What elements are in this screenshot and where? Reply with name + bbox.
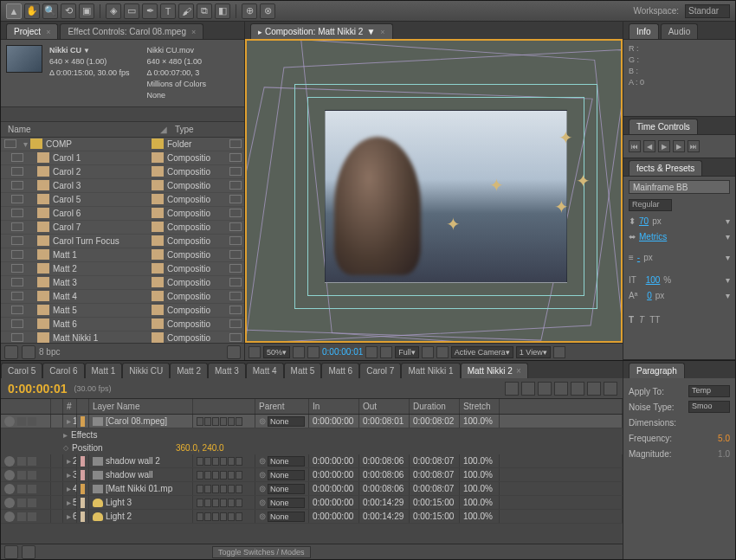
timeline-tab[interactable]: Carol 7	[359, 363, 401, 378]
layer-row[interactable]: ▸5Light 3⊚None0:00:00:000:00:14:290:00:1…	[1, 496, 623, 510]
clone-tool[interactable]: ⧉	[197, 3, 212, 19]
snapshot-button[interactable]	[365, 346, 378, 358]
composition-viewer[interactable]: ✦ ✦ ✦ ✦ ✦	[245, 39, 623, 343]
project-row[interactable]: Matt 2Compositio	[1, 262, 244, 276]
layer-stretch[interactable]: 100.0%	[460, 482, 500, 495]
row-checkbox-2[interactable]	[229, 209, 242, 217]
mask-tool[interactable]: ▭	[124, 3, 139, 19]
world-axis-tool[interactable]: ⊗	[260, 3, 275, 19]
brainstorm-button[interactable]	[587, 382, 601, 396]
timeline-tab[interactable]: Nikki CU	[122, 363, 170, 378]
label-swatch[interactable]	[81, 512, 85, 522]
row-checkbox[interactable]	[11, 333, 23, 342]
row-checkbox[interactable]	[11, 250, 23, 259]
light-gizmo-icon[interactable]: ✦	[489, 175, 507, 192]
solo-toggle[interactable]	[28, 499, 36, 507]
project-row[interactable]: Matt 1Compositio	[1, 248, 244, 262]
label-swatch[interactable]	[81, 456, 85, 467]
solo-toggle[interactable]	[28, 417, 36, 426]
paragraph-tab[interactable]: Paragraph	[629, 363, 685, 378]
roi-button[interactable]	[422, 346, 434, 358]
close-icon[interactable]: ×	[191, 28, 196, 36]
visibility-toggle[interactable]	[4, 512, 15, 522]
layer-out[interactable]: 0:00:08:01	[359, 415, 410, 428]
twirl-icon[interactable]: ▾	[20, 139, 30, 149]
frequency-value[interactable]: 5.0	[718, 434, 730, 443]
row-checkbox[interactable]	[11, 153, 23, 162]
new-folder-button[interactable]	[22, 345, 36, 359]
row-checkbox-2[interactable]	[229, 222, 242, 231]
row-checkbox[interactable]	[11, 264, 23, 273]
solo-toggle[interactable]	[28, 512, 36, 521]
timeline-tab[interactable]: Matt 1	[85, 363, 123, 378]
audio-toggle[interactable]	[17, 417, 26, 426]
layer-stretch[interactable]: 100.0%	[460, 468, 500, 481]
audio-toggle[interactable]	[17, 457, 26, 466]
audio-tab[interactable]: Audio	[661, 23, 699, 39]
resolution-dropdown[interactable]: Full ▾	[395, 346, 419, 358]
motion-blur-button[interactable]	[571, 382, 584, 396]
visibility-toggle[interactable]	[4, 470, 15, 480]
pan-behind-tool[interactable]: ◈	[106, 3, 121, 19]
close-icon[interactable]: ×	[380, 28, 384, 36]
project-row[interactable]: Carol 7Compositio	[1, 221, 244, 235]
project-row[interactable]: Matt Nikki 1Compositio	[1, 331, 244, 343]
layer-in[interactable]: 0:00:00:00	[309, 454, 359, 467]
label-swatch[interactable]	[81, 498, 85, 508]
layer-stretch[interactable]: 100.0%	[460, 454, 500, 467]
project-row[interactable]: Matt 3Compositio	[1, 276, 244, 290]
project-search-bar[interactable]	[1, 106, 244, 122]
audio-toggle[interactable]	[17, 485, 26, 493]
caps-button[interactable]: TT	[649, 315, 660, 325]
solo-toggle[interactable]	[28, 485, 36, 493]
layer-duration[interactable]: 0:00:15:00	[410, 510, 460, 523]
info-tab[interactable]: Info	[629, 23, 659, 39]
brush-tool[interactable]: 🖌	[178, 3, 194, 19]
row-checkbox-2[interactable]	[229, 333, 242, 342]
bpc-label[interactable]: 8 bpc	[39, 347, 60, 357]
frame-blend-button[interactable]	[554, 382, 568, 396]
layer-row[interactable]: ▸1[Carol 08.mpeg]⊚None0:00:00:000:00:08:…	[1, 415, 623, 428]
timeline-tab[interactable]: Carol 6	[42, 363, 84, 378]
sort-icon[interactable]: ◢	[156, 125, 171, 134]
row-checkbox-2[interactable]	[229, 292, 242, 300]
row-checkbox-2[interactable]	[229, 236, 242, 245]
effect-controls-tab[interactable]: Effect Controls: Carol 08.mpeg×	[60, 23, 203, 39]
layer-duration[interactable]: 0:00:08:07	[410, 454, 460, 467]
visibility-toggle[interactable]	[4, 416, 15, 427]
graph-editor-button[interactable]	[604, 382, 617, 396]
camera-tool[interactable]: ▣	[79, 3, 94, 19]
layer-row[interactable]: ▸2shadow wall 2⊚None0:00:00:000:00:08:06…	[1, 454, 623, 468]
tl-expand-button[interactable]	[22, 545, 36, 559]
audio-toggle[interactable]	[17, 499, 26, 507]
project-row[interactable]: Carol 6Compositio	[1, 207, 244, 221]
play-button[interactable]: ▶	[658, 140, 670, 152]
row-checkbox[interactable]	[11, 195, 23, 203]
metrics-link[interactable]: Metrics	[639, 232, 667, 241]
label-swatch[interactable]	[81, 470, 85, 480]
views-dropdown[interactable]: 1 View ▾	[516, 346, 551, 358]
position-property[interactable]: ◇Position360.0, 240.0	[1, 441, 623, 454]
time-controls-tab[interactable]: Time Controls	[629, 119, 698, 134]
baseline-value[interactable]: 0	[647, 291, 652, 300]
row-checkbox-2[interactable]	[229, 153, 242, 162]
visibility-toggle[interactable]	[4, 498, 15, 508]
row-checkbox[interactable]	[11, 181, 23, 190]
noise-type-dropdown[interactable]: Smoo	[688, 401, 730, 413]
first-frame-button[interactable]: ⏮	[629, 140, 641, 152]
animator-dropdown[interactable]: Regular	[629, 199, 672, 211]
project-row[interactable]: Matt 6Compositio	[1, 318, 244, 331]
hand-tool[interactable]: ✋	[24, 3, 40, 19]
composition-tab[interactable]: ▸ Composition: Matt Nikki 2 ▼ ×	[250, 23, 393, 39]
timeline-tab[interactable]: Matt Nikki 1	[401, 363, 460, 378]
light-gizmo-icon[interactable]: ✦	[446, 214, 463, 231]
layer-row[interactable]: ▸6Light 2⊚None0:00:00:000:00:14:290:00:1…	[1, 510, 623, 524]
transparency-grid-button[interactable]	[436, 346, 449, 358]
scale-value[interactable]: 100	[646, 275, 661, 285]
mask-toggle-button[interactable]	[307, 346, 320, 358]
layer-in[interactable]: 0:00:00:00	[309, 510, 359, 523]
layer-out[interactable]: 0:00:14:29	[359, 510, 410, 523]
layer-duration[interactable]: 0:00:15:00	[410, 496, 460, 509]
close-icon[interactable]: ×	[46, 28, 50, 36]
draft-3d-button[interactable]	[521, 382, 535, 396]
